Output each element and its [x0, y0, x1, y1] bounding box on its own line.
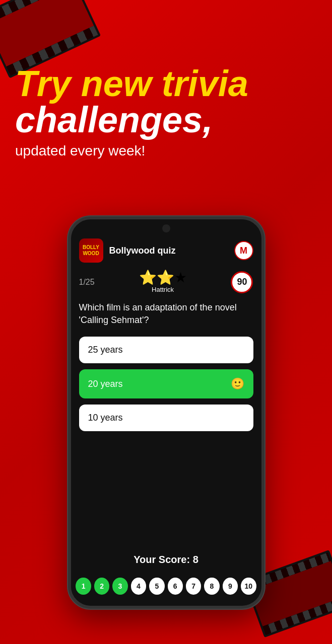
dot-9[interactable]: 9: [223, 578, 238, 595]
dot-8[interactable]: 8: [204, 578, 219, 595]
phone-content: BOLLYWOOD Bollywood quiz M 1/25 ⭐⭐★ Hatt…: [71, 219, 261, 606]
stars-display: ⭐⭐★: [139, 271, 187, 285]
progress-row: 1/25 ⭐⭐★ Hattrick 90: [79, 271, 253, 293]
answer-text-1: 25 years: [88, 345, 123, 355]
stars-section: ⭐⭐★ Hattrick: [139, 271, 187, 293]
quiz-app-icon: BOLLYWOOD: [79, 238, 103, 263]
phone-mockup: BOLLYWOOD Bollywood quiz M 1/25 ⭐⭐★ Hatt…: [68, 216, 264, 609]
dot-7[interactable]: 7: [186, 578, 201, 595]
correct-smiley-icon: 🙂: [231, 377, 244, 390]
timer-display: 90: [231, 271, 253, 293]
answer-option-1[interactable]: 25 years: [79, 337, 253, 363]
dot-label-5: 5: [155, 582, 159, 590]
dot-label-1: 1: [82, 582, 86, 590]
answer-text-2: 20 years: [88, 379, 123, 389]
quiz-header: BOLLYWOOD Bollywood quiz M: [79, 238, 253, 263]
question-number: 1/25: [79, 278, 95, 287]
dot-5[interactable]: 5: [149, 578, 164, 595]
dot-2[interactable]: 2: [94, 578, 109, 595]
progress-dots: 1 2 3 4 5 6 7 8 9 10: [76, 578, 256, 595]
answer-option-2[interactable]: 20 years 🙂: [79, 369, 253, 398]
phone-body: BOLLYWOOD Bollywood quiz M 1/25 ⭐⭐★ Hatt…: [68, 216, 264, 609]
dot-10[interactable]: 10: [241, 578, 256, 595]
dot-label-9: 9: [228, 582, 232, 590]
hero-subtitle: updated every week!: [15, 143, 317, 159]
question-text: Which film is an adaptation of the novel…: [79, 301, 253, 327]
score-label: Your Score: 8: [71, 554, 261, 566]
avatar-label: M: [240, 246, 247, 256]
answer-option-3[interactable]: 10 years: [79, 405, 253, 431]
dot-label-6: 6: [173, 582, 177, 590]
quiz-icon-text: BOLLYWOOD: [83, 245, 99, 257]
answer-text-3: 10 years: [88, 413, 123, 423]
score-section: Your Score: 8: [71, 554, 261, 566]
hero-line1: Try new trivia: [15, 65, 317, 102]
dot-label-4: 4: [137, 582, 141, 590]
phone-notch: [162, 224, 170, 232]
dot-label-8: 8: [210, 582, 214, 590]
dot-label-2: 2: [100, 582, 104, 590]
quiz-title: Bollywood quiz: [109, 246, 234, 256]
dot-label-7: 7: [191, 582, 195, 590]
dot-1[interactable]: 1: [76, 578, 91, 595]
dot-4[interactable]: 4: [131, 578, 146, 595]
user-avatar: M: [234, 241, 253, 260]
dot-label-10: 10: [245, 582, 253, 590]
hero-line2: challenges,: [15, 102, 317, 138]
hattrick-label: Hattrick: [152, 286, 174, 293]
dot-3[interactable]: 3: [112, 578, 127, 595]
dot-6[interactable]: 6: [168, 578, 183, 595]
dot-label-3: 3: [118, 582, 122, 590]
hero-section: Try new trivia challenges, updated every…: [15, 65, 317, 159]
